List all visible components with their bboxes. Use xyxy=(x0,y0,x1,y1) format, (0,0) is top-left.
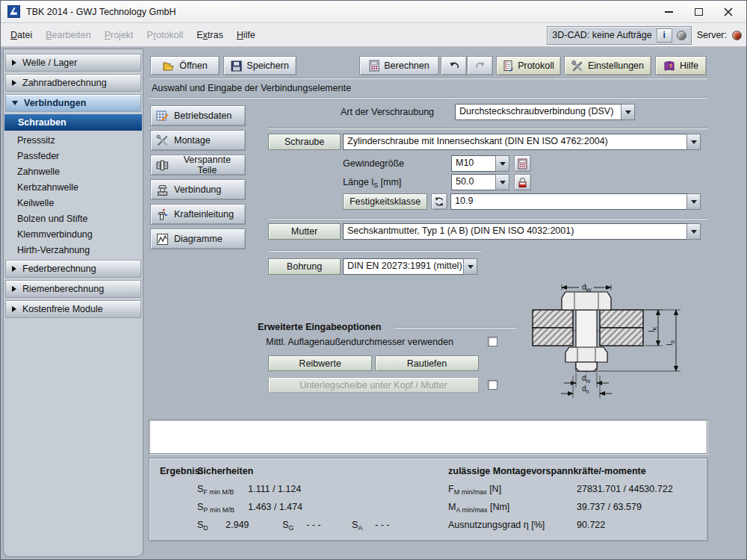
dropdown-arrow-icon[interactable] xyxy=(686,193,701,210)
page-title: Auswahl und Eingabe der Verbindungseleme… xyxy=(152,83,351,93)
sidebar-group-verbindungen[interactable]: Verbindungen xyxy=(5,94,141,112)
sidebar-item-presssitz[interactable]: Presssitz xyxy=(4,132,143,148)
dropdown-arrow-icon[interactable] xyxy=(495,174,509,190)
rautiefen-button[interactable]: Rautiefen xyxy=(375,355,479,371)
redo-icon xyxy=(474,60,486,71)
ausnutzungsgrad-label: Ausnutzungsgrad η [%] xyxy=(448,520,545,530)
sidebar-item-kerbzahnwelle[interactable]: Kerbzahnwelle xyxy=(4,179,143,195)
sidebar-item-keilwelle[interactable]: Keilwelle xyxy=(4,195,143,211)
settings-button[interactable]: Einstellungen xyxy=(564,56,651,75)
cad-status-text: 3D-CAD: keine Aufträge xyxy=(552,30,651,40)
laenge-dropdown[interactable]: 50.0 xyxy=(451,174,509,190)
schraube-button[interactable]: Schraube xyxy=(268,134,341,150)
unterlegscheibe-checkbox[interactable] xyxy=(488,380,498,390)
verschraubungsart-dropdown[interactable]: Durchsteckschraubverbindung (DSV) xyxy=(455,104,635,120)
sa-symbol: SA xyxy=(352,520,362,532)
diagramme-button[interactable]: Diagramme xyxy=(150,228,246,249)
thread-calculator-button[interactable] xyxy=(514,155,531,172)
open-button[interactable]: Öffnen xyxy=(150,56,220,75)
verspannte-teile-button[interactable]: Verspannte Teile xyxy=(150,155,246,175)
gewindegroesse-label: Gewindegröße xyxy=(343,158,404,169)
separator xyxy=(268,128,707,128)
gewindegroesse-dropdown[interactable]: M10 xyxy=(451,155,509,172)
dropdown-arrow-icon[interactable] xyxy=(686,134,701,150)
sa-value: - - - xyxy=(375,520,389,530)
sf-symbol: SF min M/B xyxy=(197,484,234,496)
dropdown-arrow-icon[interactable] xyxy=(495,155,509,172)
server-label: Server: xyxy=(697,30,727,40)
bolt-nut-icon xyxy=(156,184,169,196)
mutter-button[interactable]: Mutter xyxy=(268,223,341,240)
bohrung-button[interactable]: Bohrung xyxy=(268,258,341,275)
minimize-button[interactable] xyxy=(654,1,684,23)
length-lock-button[interactable] xyxy=(514,174,531,190)
krafteinleitung-button[interactable]: Krafteinleitung xyxy=(150,204,246,225)
undo-button[interactable] xyxy=(441,56,467,75)
refresh-button[interactable] xyxy=(431,193,447,210)
auflagendurchmesser-label: Mittl. Auflagenaußendurchmesser verwende… xyxy=(266,337,453,347)
dropdown-arrow-icon[interactable] xyxy=(686,223,701,240)
chevron-right-icon xyxy=(12,306,16,312)
montagevorspann-title: zulässige Montagevorspannkräfte/-momente xyxy=(448,466,646,476)
svg-text:dN: dN xyxy=(582,374,590,385)
reibwerte-button[interactable]: Reibwerte xyxy=(268,355,372,371)
betriebsdaten-button[interactable]: Betriebsdaten xyxy=(150,105,246,126)
festigkeitsklasse-dropdown[interactable]: 10.9 xyxy=(450,193,701,210)
svg-text:?: ? xyxy=(669,62,672,69)
undo-icon xyxy=(448,60,460,71)
menu-projekt: Projekt xyxy=(98,27,140,43)
unterlegscheibe-button: Unterlegscheibe unter Kopf / Mutter xyxy=(268,377,479,393)
sidebar-group-welle-lager[interactable]: Welle / Lager xyxy=(5,54,141,72)
sidebar-item-passfeder[interactable]: Passfeder xyxy=(4,148,143,164)
sidebar-item-klemmverbindung[interactable]: Klemmverbindung xyxy=(4,226,143,242)
help-book-icon: ? xyxy=(663,60,675,72)
sidebar-item-zahnwelle[interactable]: Zahnwelle xyxy=(4,164,143,179)
maximize-icon xyxy=(695,8,703,16)
protocol-button[interactable]: Protokoll xyxy=(496,56,561,75)
sidebar-item-bolzen-stifte[interactable]: Bolzen und Stifte xyxy=(4,211,143,226)
sidebar-item-schrauben[interactable]: Schrauben xyxy=(4,114,142,131)
ausnutzungsgrad-value: 90.722 xyxy=(577,520,605,530)
auflagendurchmesser-checkbox[interactable] xyxy=(488,337,498,346)
menu-extras[interactable]: Extras xyxy=(190,27,229,43)
close-button[interactable] xyxy=(713,1,743,23)
save-button[interactable]: Speichern xyxy=(223,56,297,75)
menu-hilfe[interactable]: Hilfe xyxy=(230,27,262,43)
cad-status-led xyxy=(677,31,686,40)
sidebar-group-zahnradberechnung[interactable]: Zahnradberechnung xyxy=(5,74,141,92)
maximize-button[interactable] xyxy=(684,1,713,23)
mutter-dropdown[interactable]: Sechskantmutter, Typ 1 (A B) (DIN EN ISO… xyxy=(343,223,701,240)
redo-button[interactable] xyxy=(467,56,493,75)
sg-value: - - - xyxy=(306,520,320,530)
verbindung-button[interactable]: Verbindung xyxy=(150,179,246,200)
results-panel: Ergebnis: Sicherheiten SF min M/B 1.111 … xyxy=(149,458,708,541)
bohrung-dropdown[interactable]: DIN EN 20273:1991 (mittel) xyxy=(343,258,477,275)
art-der-verschraubung-label: Art der Verschraubung xyxy=(341,107,434,117)
sd-symbol: SD xyxy=(197,520,208,532)
sidebar-group-federberechnung[interactable]: Federberechnung xyxy=(5,260,141,278)
verschraubungsart-value: Durchsteckschraubverbindung (DSV) xyxy=(455,104,621,120)
menu-datei[interactable]: Datei xyxy=(4,27,39,43)
chevron-right-icon xyxy=(12,60,16,66)
sidebar-item-hirth-verzahnung[interactable]: Hirth-Verzahnung xyxy=(4,242,143,258)
laenge-value: 50.0 xyxy=(451,174,495,190)
dropdown-arrow-icon[interactable] xyxy=(463,258,477,275)
schraube-value: Zylinderschraube mit Innensechskant (DIN… xyxy=(343,134,686,150)
schraube-dropdown[interactable]: Zylinderschraube mit Innensechskant (DIN… xyxy=(343,134,701,150)
sidebar-group-kostenfreie-module[interactable]: Kostenfreie Module xyxy=(5,300,141,318)
calculate-button[interactable]: Berechnen xyxy=(359,56,439,75)
dropdown-arrow-icon[interactable] xyxy=(621,104,635,120)
cad-info-button[interactable]: i xyxy=(657,28,672,43)
advanced-options-title: Erweiterte Eingabeoptionen xyxy=(258,322,381,332)
festigkeitsklasse-button[interactable]: Festigkeitsklasse xyxy=(343,193,427,210)
separator xyxy=(149,97,707,98)
sidebar-group-riemenberechnung[interactable]: Riemenberechnung xyxy=(5,280,141,298)
chevron-right-icon xyxy=(12,266,16,272)
chevron-right-icon xyxy=(12,286,16,292)
montage-button[interactable]: Montage xyxy=(150,130,246,151)
ma-value: 39.737 / 63.579 xyxy=(577,502,642,512)
menu-bar: Datei Bearbeiten Projekt Protokoll Extra… xyxy=(1,23,747,47)
fm-symbol: FM min/max [N] xyxy=(448,484,501,496)
help-button[interactable]: ? Hilfe xyxy=(655,56,707,75)
wrench-tools-icon xyxy=(156,134,169,147)
